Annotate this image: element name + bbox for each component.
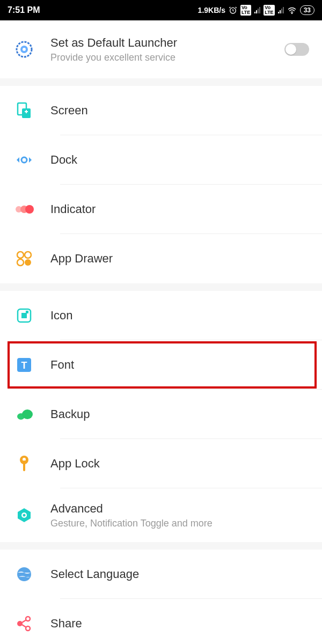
language-row[interactable]: Select Language bbox=[0, 550, 322, 599]
svg-point-4 bbox=[23, 48, 26, 51]
backup-row[interactable]: Backup bbox=[0, 390, 322, 439]
svg-point-30 bbox=[17, 567, 31, 581]
app-lock-label: App Lock bbox=[50, 457, 313, 471]
gear-icon bbox=[9, 40, 40, 59]
dock-label: Dock bbox=[50, 153, 313, 167]
font-row[interactable]: T Font bbox=[0, 340, 322, 390]
app-drawer-icon bbox=[9, 251, 40, 267]
icon-label: Icon bbox=[50, 309, 313, 323]
launcher-toggle[interactable] bbox=[284, 43, 309, 56]
advanced-subtitle: Gesture, Notification Toggle and more bbox=[50, 518, 313, 529]
advanced-row[interactable]: Advanced Gesture, Notification Toggle an… bbox=[0, 488, 322, 542]
svg-rect-18 bbox=[21, 313, 27, 318]
signal-icon-2 bbox=[278, 7, 284, 13]
status-bar: 7:51 PM 1.9KB/s VoLTE VoLTE 33 bbox=[0, 0, 322, 20]
share-label: Share bbox=[50, 617, 313, 631]
app-drawer-row[interactable]: App Drawer bbox=[0, 234, 322, 283]
advanced-icon bbox=[9, 507, 40, 523]
svg-rect-19 bbox=[26, 311, 28, 313]
volte-badge-1: VoLTE bbox=[240, 5, 251, 16]
svg-rect-26 bbox=[23, 460, 25, 471]
svg-text:T: T bbox=[21, 360, 27, 371]
wifi-icon bbox=[287, 6, 297, 14]
svg-line-35 bbox=[22, 625, 26, 627]
set-default-launcher-row[interactable]: Set as Default Launcher Provide you exce… bbox=[0, 20, 322, 78]
dock-row[interactable]: Dock bbox=[0, 135, 322, 185]
svg-point-14 bbox=[25, 252, 31, 258]
signal-icon-1 bbox=[254, 7, 260, 13]
screen-label: Screen bbox=[50, 104, 313, 118]
share-row[interactable]: Share bbox=[0, 599, 322, 644]
svg-point-15 bbox=[17, 259, 24, 266]
battery-icon: 33 bbox=[300, 5, 314, 15]
svg-point-1 bbox=[291, 13, 292, 14]
icon-icon bbox=[9, 308, 40, 324]
status-time: 7:51 PM bbox=[8, 5, 40, 15]
indicator-row[interactable]: Indicator bbox=[0, 185, 322, 234]
launcher-title: Set as Default Launcher bbox=[50, 36, 284, 50]
screen-icon bbox=[9, 102, 40, 119]
app-lock-row[interactable]: App Lock bbox=[0, 439, 322, 488]
svg-point-16 bbox=[25, 259, 31, 266]
svg-line-34 bbox=[22, 620, 26, 623]
app-drawer-label: App Drawer bbox=[50, 252, 313, 266]
status-net-speed: 1.9KB/s bbox=[198, 6, 225, 14]
svg-point-13 bbox=[17, 252, 24, 258]
launcher-subtitle: Provide you excellent service bbox=[50, 52, 284, 63]
font-icon: T bbox=[9, 357, 40, 373]
lock-icon bbox=[9, 455, 40, 473]
backup-icon bbox=[9, 408, 40, 421]
screen-row[interactable]: Screen bbox=[0, 86, 322, 135]
svg-rect-8 bbox=[26, 110, 27, 113]
settings-content: Set as Default Launcher Provide you exce… bbox=[0, 20, 322, 644]
globe-icon bbox=[9, 566, 40, 582]
svg-point-29 bbox=[23, 514, 26, 517]
svg-point-12 bbox=[25, 205, 34, 214]
backup-label: Backup bbox=[50, 407, 313, 421]
font-label: Font bbox=[50, 358, 313, 372]
alarm-icon bbox=[229, 6, 237, 14]
language-label: Select Language bbox=[50, 567, 313, 581]
share-icon bbox=[9, 616, 40, 632]
svg-point-9 bbox=[21, 157, 27, 163]
advanced-label: Advanced bbox=[50, 502, 313, 516]
indicator-label: Indicator bbox=[50, 202, 313, 216]
indicator-icon bbox=[9, 204, 40, 215]
svg-point-31 bbox=[17, 621, 23, 626]
svg-point-23 bbox=[22, 409, 33, 419]
icon-row[interactable]: Icon bbox=[0, 291, 322, 340]
dock-icon bbox=[9, 155, 40, 165]
volte-badge-2: VoLTE bbox=[264, 5, 274, 16]
